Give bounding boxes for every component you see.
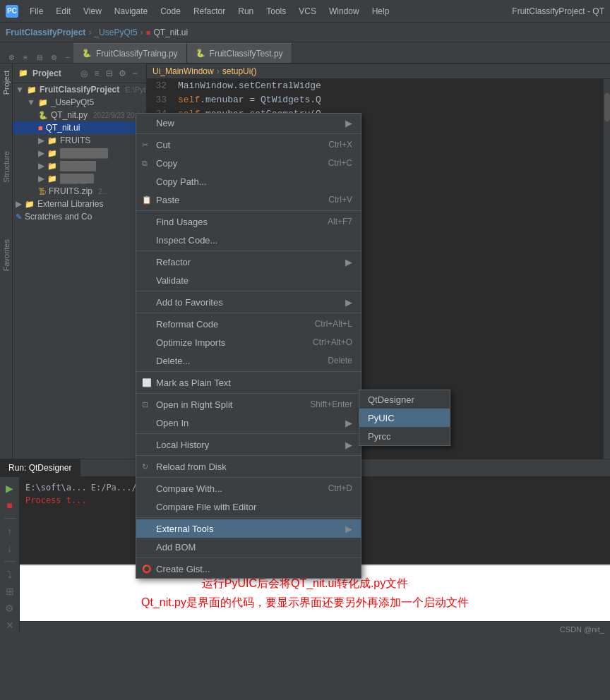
run-scroll-up-btn[interactable]: ↑ [3,524,17,538]
menu-file[interactable]: File [24,5,49,18]
tree-usepyqt5-label: _UsePyQt5 [51,97,94,107]
tab-icon-split[interactable]: ⊟ [34,52,45,63]
menu-vcs[interactable]: VCS [293,5,322,18]
tree-blurred3-label: ███ █re [60,174,94,183]
code-breadcrumb: Ui_MainWindow › setupUi() [147,64,610,79]
ctx-validate-label: Validate [156,275,352,286]
root-folder-icon: 📁 [27,85,37,95]
menu-help[interactable]: Help [366,5,395,18]
tab-test[interactable]: 🐍 FruitClassifyTest.py [187,43,292,63]
ctx-paste[interactable]: 📋 Paste Ctrl+V [136,191,361,209]
app-logo: PC [6,5,18,18]
tab-icon-align[interactable]: ≡ [20,52,31,63]
breadcrumb-sep2: › [140,28,143,37]
menu-run[interactable]: Run [232,5,259,18]
run-wrap-btn[interactable]: ⤵ [3,567,17,581]
ctx-copy-path[interactable]: Copy Path... [136,172,361,191]
ctx-find-label: Find Usages [156,217,322,227]
tree-item-fruits-zip[interactable]: 🗜 FRUITS.zip 2... [13,185,146,198]
ctx-validate[interactable]: Validate [136,271,361,289]
bottom-tab-run[interactable]: Run: QtDesigner [0,459,80,476]
ctx-open-split[interactable]: ⊡ Open in Right Split Shift+Enter [136,395,361,414]
tab-icon-settings[interactable]: ⚙ [6,52,17,63]
sidebar-btn-settings[interactable]: ⚙ [116,68,128,79]
run-filter-btn[interactable]: ⊞ [3,584,17,598]
ctx-find-usages[interactable]: Find Usages Alt+F7 [136,212,361,231]
tree-item-usepyqt5[interactable]: ▼ 📁 _UsePyQt5 [13,96,146,109]
run-stop-btn[interactable]: ■ [3,498,17,512]
ctx-compare-editor[interactable]: Compare File with Editor [136,497,361,516]
menu-edit[interactable]: Edit [50,5,76,18]
ctx-delete[interactable]: Delete... Delete [136,351,361,370]
tree-item-qtnit-py[interactable]: 🐍 QT_nit.py 2022/9/23 20:44, 2.29 kB 7 m… [13,109,146,121]
scrollbar[interactable] [603,79,610,459]
menu-refactor[interactable]: Refactor [188,5,231,18]
menu-navigate[interactable]: Navigate [109,5,153,18]
ctx-add-bom-label: Add BOM [156,542,352,553]
breadcrumb-file[interactable]: ■ QT_nit.ui [146,28,188,37]
submenu-qtdesigner[interactable]: QtDesigner [359,390,450,409]
menu-window[interactable]: Window [323,5,365,18]
left-tab-structure[interactable]: Structure [2,151,11,183]
run-path-text: E:\soft\a... [25,483,87,493]
ctx-add-bom[interactable]: Add BOM [136,538,361,556]
ctx-sep4 [136,291,361,291]
tab-icon-minus[interactable]: − [62,52,73,63]
run-scroll-down-btn[interactable]: ↓ [3,541,17,555]
ctx-cut[interactable]: ✂ Cut Ctrl+X [136,135,361,154]
breadcrumb-project[interactable]: FruitClassifyProject [6,28,85,37]
breadcrumb-sep1: › [88,28,91,37]
ctx-compare[interactable]: Compare With... Ctrl+D [136,479,361,497]
ctx-inspect[interactable]: Inspect Code... [136,231,361,249]
run-play-btn[interactable]: ▶ [3,481,17,495]
sidebar-btn-split[interactable]: ⊟ [104,68,115,79]
ctx-create-gist[interactable]: ⭕ Create Gist... [136,560,361,578]
reload-icon: ↻ [142,462,148,471]
submenu-pyuic[interactable]: PyUIC [359,409,450,427]
tree-item-ext-libs[interactable]: ▶ 📁 External Libraries [13,198,146,210]
scrollbar-thumb[interactable] [604,93,610,121]
tree-item-blurred1[interactable]: ▶ 📁 ████████ [13,147,146,159]
menu-tools[interactable]: Tools [261,5,292,18]
run-close-btn[interactable]: ✕ [3,618,17,632]
sidebar-btn-list[interactable]: ≡ [91,68,102,79]
submenu-pyrcc-label: Pyrcc [368,431,391,442]
tree-item-root[interactable]: ▼ 📁 FruitClassifyProject E:\Python\XHUPr… [13,83,146,96]
ctx-refactor[interactable]: Refactor ▶ [136,253,361,271]
run-process-text: Process t... [25,495,87,505]
ctx-add-favorites[interactable]: Add to Favorites ▶ [136,293,361,311]
ctx-reformat[interactable]: Reformat Code Ctrl+Alt+L [136,315,361,333]
fruits-folder-icon: 📁 [47,136,57,145]
tree-item-qtnit-ui[interactable]: ■ QT_nit.ui [13,121,146,134]
ctx-reload[interactable]: ↻ Reload from Disk [136,457,361,476]
tree-item-scratches[interactable]: ✎ Scratches and Co [13,210,146,223]
sidebar-btn-scope[interactable]: ◎ [78,68,90,79]
left-tab-project[interactable]: Project [2,71,11,95]
ctx-local-history[interactable]: Local History ▶ [136,435,361,454]
submenu-pyrcc[interactable]: Pyrcc [359,427,450,445]
tree-item-blurred3[interactable]: ▶ 📁 ███ █re [13,172,146,185]
tree-item-fruits-folder[interactable]: ▶ 📁 FRUITS [13,134,146,147]
sidebar-btn-hide[interactable]: − [129,68,140,79]
menu-view[interactable]: View [78,5,107,18]
ctx-new[interactable]: New ▶ [136,114,361,132]
tree-zip-label: FRUITS.zip [49,186,92,196]
breadcrumb-folder[interactable]: _UsePyQt5 [94,28,137,37]
submenu-pyuic-label: PyUIC [368,413,395,423]
menu-code[interactable]: Code [155,5,186,18]
ctx-open-in[interactable]: Open In ▶ [136,414,361,432]
tree-item-blurred2[interactable]: ▶ 📁 ██████ [13,159,146,172]
tree-qtnit-ui-label: QT_nit.ui [46,123,80,133]
ctx-copy[interactable]: ⧉ Copy Ctrl+C [136,154,361,172]
ctx-external-tools[interactable]: External Tools ▶ [136,519,361,538]
ctx-optimize[interactable]: Optimize Imports Ctrl+Alt+O [136,333,361,351]
ctx-sep9 [136,455,361,456]
ctx-copy-path-label: Copy Path... [156,176,352,187]
title-bar: PC File Edit View Navigate Code Refactor… [0,0,610,23]
run-settings-btn[interactable]: ⚙ [3,601,17,615]
left-tab-favorites[interactable]: Favorites [2,239,11,271]
tab-icon-gear2[interactable]: ⚙ [48,52,59,63]
tab-training[interactable]: 🐍 FruitClassifyTraing.py [73,43,187,63]
ctx-mark-plain[interactable]: ⬜ Mark as Plain Text [136,373,361,392]
ctx-sep2 [136,210,361,211]
